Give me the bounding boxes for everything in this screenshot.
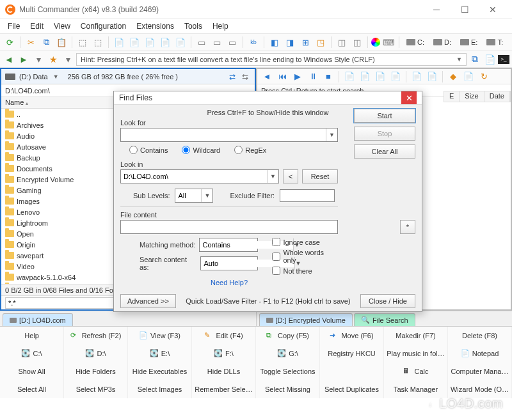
file-icon[interactable]: 📄	[112, 35, 126, 49]
nav-hint-dropdown-icon[interactable]: ▼	[456, 56, 462, 63]
menu-view[interactable]: View	[49, 20, 76, 33]
btn-hide-folders[interactable]: Hide Folders	[64, 362, 128, 380]
look-for-input[interactable]: ▼	[120, 128, 338, 142]
btn-select-dup[interactable]: Select Duplicates	[320, 380, 384, 398]
nav-hist-icon[interactable]: ▾	[32, 53, 45, 66]
nav-term-icon[interactable]: >_	[498, 55, 509, 64]
menu-configuration[interactable]: Configuration	[76, 20, 131, 33]
nav-hint-field[interactable]: Hint: Pressing Ctrl+K on a text file wil…	[76, 53, 467, 66]
rt-doc4-icon[interactable]: 📄	[388, 70, 403, 84]
nav-copy-icon[interactable]: ⧉	[468, 53, 481, 66]
look-in-dropdown-icon[interactable]: ▼	[267, 170, 278, 183]
rt-pause-icon[interactable]: ⏸	[306, 70, 320, 84]
view1-icon[interactable]: ▭	[195, 35, 209, 49]
nav-doc-icon[interactable]: 📄	[483, 53, 496, 66]
btn-drive-c[interactable]: 💽C:\	[0, 345, 64, 362]
rt-doc6-icon[interactable]: 📄	[425, 70, 439, 84]
btn-show-all[interactable]: Show All	[0, 362, 64, 380]
btn-drive-f[interactable]: 💽F:\	[192, 345, 256, 362]
nav-favdd-icon[interactable]: ▾	[61, 53, 74, 66]
radio-contains[interactable]: Contains	[129, 146, 168, 154]
clear-all-button[interactable]: Clear All	[354, 144, 415, 159]
btn-copy[interactable]: ⧉Copy (F5)	[256, 327, 320, 345]
file-dup-icon[interactable]: 📄	[173, 35, 188, 49]
btn-makedir[interactable]: Makedir (F7)	[384, 327, 448, 345]
menu-file[interactable]: File	[3, 20, 25, 33]
btn-drive-d[interactable]: 💽D:\	[64, 345, 128, 362]
rt-clear-icon[interactable]: ◆	[446, 70, 460, 84]
drive-t[interactable]: T:	[483, 38, 507, 46]
btn-compmgmt[interactable]: Computer Mana…	[448, 362, 512, 380]
btn-wizard[interactable]: Wizard Mode (O…	[448, 380, 512, 398]
look-for-dropdown-icon[interactable]: ▼	[326, 128, 337, 141]
tool4-icon[interactable]: ◳	[314, 35, 328, 49]
rt-redo-icon[interactable]: ↻	[477, 70, 491, 84]
reset-button[interactable]: Reset	[302, 169, 338, 183]
sublevels-select[interactable]: ▼	[175, 189, 213, 203]
panel-sync-icon[interactable]: ⇆	[239, 71, 251, 82]
tool1-icon[interactable]: ◧	[268, 35, 282, 49]
look-in-input[interactable]: ▼	[120, 169, 279, 183]
rt-first-icon[interactable]: ⏮	[275, 70, 289, 84]
need-help-link[interactable]: Need Help?	[120, 279, 338, 286]
nav-fav-icon[interactable]: ★	[47, 53, 60, 66]
btn-select-mp3[interactable]: Select MP3s	[64, 380, 128, 398]
btn-edit[interactable]: ✎Edit (F4)	[192, 327, 256, 345]
dialog-close-button[interactable]: ✕	[401, 91, 417, 104]
btn-view[interactable]: 📄View (F3)	[128, 327, 192, 345]
drive-c[interactable]: C:	[403, 38, 428, 46]
rt-doc1-icon[interactable]: 📄	[342, 70, 356, 84]
minimize-button[interactable]: ─	[422, 1, 451, 19]
right-tab-1[interactable]: [D:] Encrypted Volume	[259, 313, 353, 326]
file-add-icon[interactable]: 📄	[127, 35, 141, 49]
refresh-icon[interactable]: ⟳	[3, 35, 17, 49]
btn-hide-exe[interactable]: Hide Executables	[128, 362, 192, 380]
rt-prev-icon[interactable]: ◄	[260, 70, 274, 84]
rt-doc3-icon[interactable]: 📄	[373, 70, 387, 84]
menu-help[interactable]: Help	[207, 20, 234, 33]
btn-select-all[interactable]: Select All	[0, 380, 64, 398]
tool5-icon[interactable]: ◫	[335, 35, 349, 49]
copy-icon[interactable]: ⧉	[39, 35, 53, 49]
search-as-select[interactable]: ▼	[200, 256, 258, 270]
exclude-input[interactable]	[280, 189, 335, 202]
chk-whole-words[interactable]: Whole words only	[272, 249, 338, 264]
close-hide-button[interactable]: Close / Hide	[360, 294, 415, 308]
drive-d[interactable]: D:	[429, 38, 455, 46]
close-window-button[interactable]: ✕	[479, 1, 507, 19]
btn-drive-g[interactable]: 💽G:\	[256, 345, 320, 362]
star-button[interactable]: *	[400, 220, 415, 234]
cut-icon[interactable]: ✂	[24, 35, 38, 49]
rt-stop-icon[interactable]: ■	[321, 70, 335, 84]
paste-icon[interactable]: 📋	[54, 35, 68, 49]
view3-icon[interactable]: ▭	[225, 35, 239, 49]
tool3-icon[interactable]: ⊞	[298, 35, 312, 49]
btn-toggle-sel[interactable]: Toggle Selections	[256, 362, 320, 380]
tool2-icon[interactable]: ◨	[283, 35, 297, 49]
btn-registry[interactable]: Registry HKCU	[320, 345, 384, 362]
chk-not-there[interactable]: Not there	[272, 267, 338, 275]
stop-button[interactable]: Stop	[354, 127, 415, 141]
radio-wildcard[interactable]: Wildcard	[182, 146, 220, 154]
nav-fwd-icon[interactable]: ►	[17, 53, 30, 66]
file-edit-icon[interactable]: 📄	[143, 35, 157, 49]
chk-ignore-case[interactable]: Ignore case	[272, 238, 338, 246]
rt-play-icon[interactable]: ▶	[291, 70, 305, 84]
tool6-icon[interactable]: ◫	[350, 35, 364, 49]
col-e[interactable]: E	[444, 91, 460, 102]
left-drive-dropdown-icon[interactable]: ▼	[53, 74, 59, 80]
look-for-field[interactable]	[121, 131, 326, 139]
btn-help[interactable]: Help	[0, 327, 64, 345]
path-less-button[interactable]: <	[283, 169, 298, 183]
left-tab[interactable]: [D:] LO4D.com	[3, 313, 73, 326]
col-size[interactable]: Size	[460, 91, 484, 102]
right-tab-2[interactable]: 🔍File Search	[354, 313, 415, 326]
menu-extensions[interactable]: Extensions	[131, 20, 179, 33]
rt-doc7-icon[interactable]: 📄	[461, 70, 476, 84]
color-icon[interactable]	[371, 38, 380, 47]
rt-doc2-icon[interactable]: 📄	[358, 70, 372, 84]
deselect-icon[interactable]: ⬚	[91, 35, 105, 49]
file-del-icon[interactable]: 📄	[158, 35, 172, 49]
drive-e[interactable]: E:	[456, 38, 481, 46]
size-icon[interactable]: kb	[246, 35, 260, 49]
